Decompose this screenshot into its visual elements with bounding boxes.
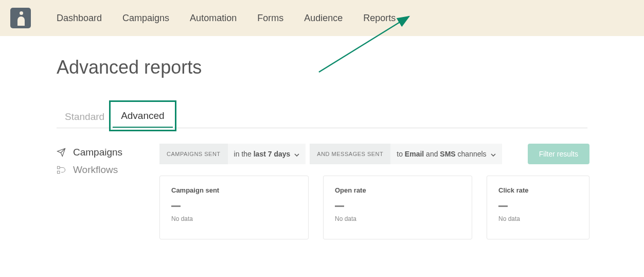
- nav-dashboard[interactable]: Dashboard: [57, 13, 102, 24]
- card-nodata-label: No data: [335, 215, 460, 222]
- tab-advanced[interactable]: Advanced: [113, 104, 173, 128]
- app-logo[interactable]: [10, 8, 31, 28]
- card-value-placeholder: [498, 205, 508, 207]
- workflow-icon: [57, 165, 66, 175]
- card-value-placeholder: [171, 205, 181, 207]
- card-title: Click rate: [498, 186, 578, 194]
- report-sidebar: Campaigns Workflows: [57, 144, 144, 239]
- nav-forms[interactable]: Forms: [257, 13, 283, 24]
- card-title: Campaign sent: [171, 186, 297, 194]
- card-nodata-label: No data: [171, 215, 297, 222]
- chevron-down-icon: [491, 150, 496, 158]
- main-nav: Dashboard Campaigns Automation Forms Aud…: [57, 13, 396, 24]
- filter-label-messages-sent: AND MESSAGES SENT: [310, 144, 390, 164]
- page-body: Advanced reports Standard Advanced Campa…: [0, 36, 644, 239]
- card-value-placeholder: [335, 205, 344, 207]
- card-click-rate: Click rate No data: [487, 176, 589, 239]
- svg-rect-3: [58, 171, 60, 174]
- metric-cards: Campaign sent No data Open rate No data …: [159, 176, 589, 239]
- main-column: CAMPAIGNS SENT in the last 7 days AND ME…: [159, 144, 589, 239]
- card-campaign-sent: Campaign sent No data: [159, 176, 309, 239]
- chevron-down-icon: [294, 150, 299, 158]
- nav-audience[interactable]: Audience: [304, 13, 343, 24]
- filter-value-text: in the last 7 days: [234, 150, 291, 158]
- filter-value-text: to Email and SMS channels: [397, 150, 486, 158]
- filter-bar: CAMPAIGNS SENT in the last 7 days AND ME…: [159, 144, 589, 164]
- card-nodata-label: No data: [498, 215, 578, 222]
- paper-plane-icon: [57, 148, 66, 157]
- card-open-rate: Open rate No data: [323, 176, 472, 239]
- filter-channels[interactable]: to Email and SMS channels: [390, 144, 502, 164]
- svg-rect-2: [58, 166, 60, 169]
- sidebar-item-label: Workflows: [73, 164, 118, 176]
- report-tabs: Standard Advanced: [57, 104, 587, 128]
- sidebar-item-workflows[interactable]: Workflows: [57, 161, 144, 179]
- content-row: Campaigns Workflows CAMPAIGNS SENT in th…: [57, 144, 587, 239]
- sidebar-item-label: Campaigns: [73, 147, 122, 158]
- sidebar-item-campaigns[interactable]: Campaigns: [57, 144, 144, 161]
- filter-results-button[interactable]: Filter results: [528, 144, 589, 164]
- filter-date-range[interactable]: in the last 7 days: [228, 144, 306, 164]
- card-title: Open rate: [335, 186, 460, 194]
- tab-standard[interactable]: Standard: [57, 105, 113, 128]
- nav-reports[interactable]: Reports: [363, 13, 396, 24]
- nav-campaigns[interactable]: Campaigns: [122, 13, 169, 24]
- topbar: Dashboard Campaigns Automation Forms Aud…: [0, 0, 644, 36]
- nav-automation[interactable]: Automation: [190, 13, 237, 24]
- page-title: Advanced reports: [57, 57, 587, 78]
- filter-label-campaigns-sent: CAMPAIGNS SENT: [159, 144, 228, 164]
